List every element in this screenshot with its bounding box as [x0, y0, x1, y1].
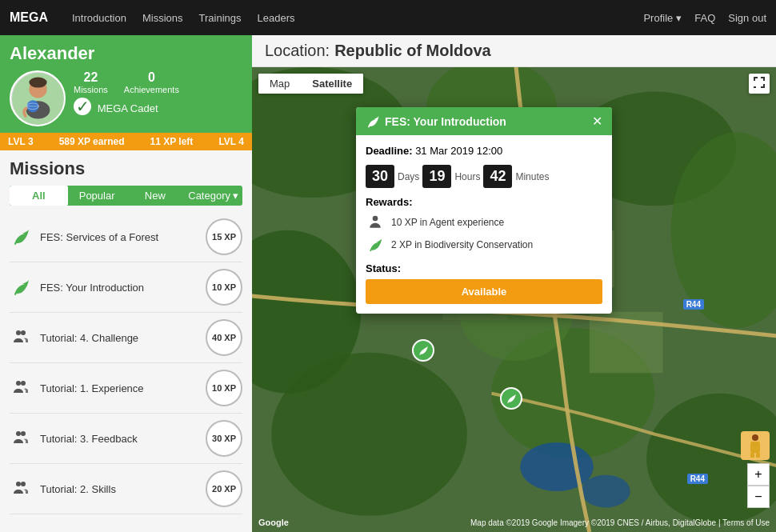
profile-info: 22 Missions 0 Achievements ✓ MEGA Cadet [10, 70, 242, 126]
svg-point-29 [520, 442, 594, 491]
nav-trainings[interactable]: Trainings [199, 12, 242, 24]
missions-section: Missions All Popular New Category ▾ FES:… [0, 150, 252, 514]
map-container[interactable]: R44 R44 R44 Map Satellite [252, 67, 776, 532]
mission-name: FES: Services of a Forest [40, 231, 198, 243]
nav-right: Profile ▾ FAQ Sign out [643, 12, 766, 24]
nav-profile[interactable]: Profile ▾ [643, 12, 682, 24]
hours-label: Hours [454, 171, 480, 182]
svg-point-13 [16, 482, 21, 486]
leaf-icon [10, 276, 32, 298]
tab-new[interactable]: New [126, 186, 185, 206]
achievements-label: Achievements [124, 85, 179, 94]
popup-rewards: Rewards: 10 XP in Agent experience 2 XP [366, 196, 602, 254]
nav-links: Introduction Missions Trainings Leaders [72, 12, 643, 24]
leaf-icon [10, 226, 32, 248]
xp-badge: 30 XP [206, 420, 242, 457]
xp-left: 11 XP left [150, 136, 194, 147]
svg-point-12 [21, 431, 26, 436]
xp-badge: 10 XP [206, 370, 242, 406]
achievements-count: 0 [124, 70, 179, 85]
nav-missions[interactable]: Missions [142, 12, 183, 24]
svg-rect-35 [750, 442, 760, 453]
list-item[interactable]: FES: Your Introduction 10 XP [10, 262, 242, 313]
tab-all[interactable]: All [10, 186, 68, 206]
tab-popular[interactable]: Popular [68, 186, 126, 206]
list-item[interactable]: Tutorial: 4. Challenge 40 XP [10, 313, 242, 363]
popup-header: FES: Your Introduction ✕ [356, 107, 612, 135]
list-item[interactable]: Tutorial: 2. Skills 20 XP [10, 464, 242, 514]
mission-popup: FES: Your Introduction ✕ Deadline: 31 Ma… [356, 107, 612, 314]
missions-title: Missions [10, 158, 242, 179]
profile-username: Alexander [10, 43, 242, 64]
minutes-label: Minutes [515, 171, 549, 182]
nav-introduction[interactable]: Introduction [72, 12, 126, 24]
missions-label: Missions [74, 85, 108, 94]
fullscreen-button[interactable] [749, 74, 770, 94]
zoom-out-button[interactable]: − [747, 486, 770, 508]
mission-name: Tutorial: 3. Feedback [40, 433, 198, 445]
popup-close-button[interactable]: ✕ [592, 114, 602, 129]
zoom-in-button[interactable]: + [747, 463, 770, 486]
list-item[interactable]: Tutorial: 3. Feedback 30 XP [10, 414, 242, 464]
navbar: MEGA Introduction Missions Trainings Lea… [0, 0, 776, 35]
map-zoom-controls: + − [747, 463, 770, 508]
reward-item-1: 10 XP in Agent experience [366, 213, 602, 232]
list-item[interactable]: Tutorial: 1. Experience 10 XP [10, 363, 242, 414]
nav-faq[interactable]: FAQ [694, 12, 715, 24]
status-label: Status: [366, 262, 602, 274]
deadline-value: 31 Mar 2019 12:00 [415, 145, 502, 157]
svg-point-8 [21, 330, 26, 335]
people-icon [10, 427, 32, 450]
check-icon: ✓ [74, 98, 91, 115]
nav-leaders[interactable]: Leaders [258, 12, 295, 24]
map-person-icon [741, 431, 770, 460]
countdown: 30 Days 19 Hours 42 Minutes [366, 165, 602, 188]
map-marker-2[interactable] [500, 387, 522, 410]
mission-name: FES: Your Introduction [40, 282, 198, 294]
road-label-r44-2: R44 [683, 299, 704, 310]
reward-item-2: 2 XP in Biodiversity Conservation [366, 235, 602, 254]
countdown-minutes: 42 [483, 165, 512, 188]
avatar [10, 70, 66, 126]
xp-earned: 589 XP earned [59, 136, 125, 147]
popup-deadline: Deadline: 31 Mar 2019 12:00 [366, 145, 602, 157]
xp-badge: 40 XP [206, 319, 242, 356]
svg-point-14 [21, 482, 26, 486]
chevron-down-icon: ▾ [233, 190, 238, 202]
road-label-r44-3: R44 [687, 474, 708, 484]
map-marker-1[interactable] [412, 339, 434, 362]
status-available-button[interactable]: Available [366, 279, 602, 304]
mission-name: Tutorial: 2. Skills [40, 483, 198, 495]
level-next: LVL 4 [218, 136, 244, 147]
list-item[interactable]: FES: Services of a Forest 15 XP [10, 212, 242, 262]
svg-point-9 [16, 381, 21, 386]
svg-point-11 [16, 431, 21, 436]
people-icon [10, 377, 32, 399]
svg-rect-37 [756, 453, 760, 458]
people-icon [10, 326, 32, 349]
popup-title: FES: Your Introduction [385, 115, 506, 128]
popup-status: Status: Available [366, 262, 602, 304]
svg-point-34 [752, 434, 758, 441]
nav-signout[interactable]: Sign out [728, 12, 766, 24]
popup-header-title: FES: Your Introduction [366, 114, 506, 129]
tab-map[interactable]: Map [258, 74, 301, 94]
profile-header: Alexander [0, 35, 252, 133]
google-attribution: Google [258, 518, 289, 527]
mission-list: FES: Services of a Forest 15 XP FES: You… [10, 212, 242, 514]
tab-category[interactable]: Category ▾ [184, 186, 242, 206]
mission-name: Tutorial: 1. Experience [40, 382, 198, 394]
location-label: Location: [265, 42, 330, 60]
xp-bar: LVL 3 589 XP earned 11 XP left LVL 4 [0, 133, 252, 150]
tab-satellite[interactable]: Satellite [301, 74, 363, 94]
rewards-label: Rewards: [366, 196, 602, 208]
profile-stats: 22 Missions 0 Achievements ✓ MEGA Cadet [74, 70, 242, 115]
left-panel: Alexander [0, 35, 252, 532]
main-layout: Alexander [0, 35, 776, 532]
svg-point-10 [21, 381, 26, 386]
svg-rect-36 [750, 453, 754, 458]
location-header: Location: Republic of Moldova [252, 35, 776, 67]
right-panel: Location: Republic of Moldova [252, 35, 776, 532]
location-name: Republic of Moldova [334, 42, 491, 60]
svg-point-7 [16, 330, 21, 335]
